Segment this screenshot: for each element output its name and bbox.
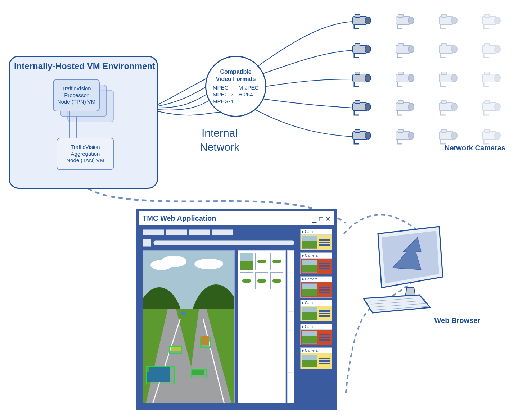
disclosure-icon	[302, 254, 304, 257]
video-formats-list: MPEG M-JPEG MPEG-2 H.264 MPEG-4	[213, 85, 259, 104]
camera-info-lines	[319, 260, 330, 273]
camera-panel-label: Camera	[305, 301, 318, 305]
camera-thumb	[302, 331, 317, 344]
scroll-track[interactable]	[287, 250, 294, 403]
camera-panel[interactable]: Camera	[300, 252, 332, 274]
disclosure-icon	[302, 349, 304, 352]
camera-panel-body	[301, 353, 332, 369]
web-browser-computer	[364, 227, 443, 313]
camera-thumb	[302, 307, 317, 320]
camera-panel-body	[301, 306, 332, 321]
video-formats-circle: Compatible Video Formats MPEG M-JPEG MPE…	[205, 56, 266, 117]
tan-line2: Aggregation	[71, 151, 100, 157]
camera-panel[interactable]: Camera	[300, 276, 332, 298]
close-icon[interactable]: ✕	[326, 214, 330, 223]
thumb-item[interactable]	[240, 272, 253, 289]
tmc-app-window: TMC Web Application _ ☐ ✕	[136, 209, 337, 410]
svg-line-9	[372, 303, 427, 307]
thumb-item[interactable]	[255, 272, 268, 289]
thumb-item[interactable]	[255, 253, 268, 270]
vf-item	[238, 98, 259, 104]
tpn-vm-stack: TrafficVision Processor Node (TPN) VM	[53, 79, 114, 122]
thumb-item[interactable]	[240, 253, 253, 270]
minimize-icon[interactable]: _	[312, 214, 316, 223]
camera-thumb	[302, 236, 317, 249]
svg-point-6	[396, 297, 425, 303]
disclosure-icon	[302, 325, 304, 328]
camera-panel[interactable]: Camera	[300, 229, 332, 250]
vm-environment-box: Internally-Hosted VM Environment Traffic…	[9, 56, 158, 189]
vf-title-2: Video Formats	[216, 76, 256, 82]
vf-title-1: Compatible	[220, 69, 251, 75]
vf-item: M-JPEG	[238, 85, 259, 91]
app-tab[interactable]	[189, 229, 210, 235]
camera-panel[interactable]: Camera	[300, 347, 332, 369]
camera-panel-header: Camera	[301, 324, 332, 330]
app-toolbar	[143, 239, 294, 247]
camera-info-lines	[319, 355, 330, 368]
camera-panel-header: Camera	[301, 300, 332, 306]
disclosure-icon	[302, 302, 304, 305]
tpn-vm-card: TrafficVision Processor Node (TPN) VM	[53, 79, 100, 111]
app-tab[interactable]	[143, 229, 164, 235]
thumb-item[interactable]	[270, 272, 283, 289]
camera-panel-label: Camera	[305, 254, 318, 257]
camera-panel[interactable]: Camera	[300, 324, 332, 345]
vf-item: MPEG-2	[213, 91, 234, 97]
camera-thumb	[302, 283, 317, 296]
camera-thumb	[302, 260, 317, 273]
thumb-grid	[238, 250, 286, 403]
svg-line-8	[371, 301, 425, 304]
tan-line1: TrafficVision	[71, 144, 100, 150]
camera-thumb	[302, 355, 317, 368]
camera-panel-label: Camera	[305, 277, 318, 281]
svg-line-10	[373, 306, 428, 310]
toolbar-button[interactable]	[143, 239, 151, 247]
camera-info-lines	[319, 236, 330, 249]
vf-item: MPEG	[213, 85, 234, 91]
vm-environment-title: Internally-Hosted VM Environment	[14, 61, 155, 71]
maximize-icon[interactable]: ☐	[319, 214, 324, 223]
app-titlebar: TMC Web Application _ ☐ ✕	[139, 211, 334, 226]
camera-panel-header: Camera	[301, 229, 332, 235]
tan-vm-card: TrafficVision Aggregation Node (TAN) VM	[57, 138, 114, 170]
app-tabs	[143, 229, 294, 235]
app-tab[interactable]	[166, 229, 187, 235]
camera-sidebar: CameraCameraCameraCameraCameraCamera	[298, 226, 334, 407]
tpn-line1: TrafficVision	[62, 85, 91, 91]
toolbar-search[interactable]	[153, 240, 294, 245]
web-browser-label: Web Browser	[434, 316, 480, 325]
camera-panel-header: Camera	[301, 348, 332, 353]
camera-panel-header: Camera	[301, 253, 332, 259]
vf-item: H.264	[238, 91, 259, 97]
camera-panel-label: Camera	[305, 348, 318, 352]
camera-panel-body	[301, 330, 332, 345]
camera-panel-body	[301, 282, 332, 297]
internal-network-label: Internal Network	[200, 126, 239, 154]
camera-info-lines	[319, 307, 330, 320]
app-title: TMC Web Application	[143, 214, 216, 223]
camera-info-lines	[319, 283, 330, 296]
side-pane	[238, 250, 294, 403]
network-cameras-label: Network Cameras	[445, 144, 505, 152]
tpn-line3: Node (TPN) VM	[57, 99, 96, 105]
camera-panel-body	[301, 235, 332, 250]
disclosure-icon	[302, 230, 304, 233]
camera-panel-label: Camera	[305, 230, 318, 234]
tpn-line2: Processor	[64, 92, 89, 98]
camera-panel-label: Camera	[305, 325, 318, 329]
app-tab[interactable]	[212, 229, 233, 235]
camera-info-lines	[319, 331, 330, 344]
camera-panel-header: Camera	[301, 277, 332, 282]
tan-line3: Node (TAN) VM	[66, 157, 104, 163]
video-pane[interactable]	[143, 250, 235, 403]
thumb-item[interactable]	[270, 253, 283, 270]
vf-item: MPEG-4	[213, 98, 234, 104]
camera-panel-body	[301, 259, 332, 274]
camera-panel[interactable]: Camera	[300, 300, 332, 321]
disclosure-icon	[302, 278, 304, 281]
svg-line-7	[369, 298, 422, 301]
